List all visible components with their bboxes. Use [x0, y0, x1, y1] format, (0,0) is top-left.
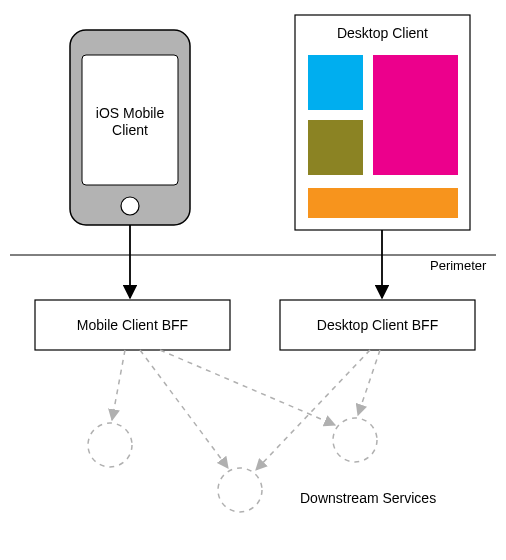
ui-block-olive	[308, 120, 363, 175]
diagram-svg	[0, 0, 506, 560]
desktop-client-title: Desktop Client	[310, 25, 455, 42]
desktop-client	[295, 15, 470, 230]
perimeter-label: Perimeter	[430, 258, 500, 274]
dash-arrow-m-3	[160, 350, 335, 425]
mobile-client-label: iOS MobileClient	[90, 105, 170, 139]
dash-arrow-m-2	[140, 350, 228, 468]
diagram-canvas: iOS MobileClient Desktop Client Perimete…	[0, 0, 506, 560]
dash-arrow-m-1	[112, 350, 125, 420]
ui-block-blue	[308, 55, 363, 110]
home-button-icon	[121, 197, 139, 215]
ui-block-magenta	[373, 55, 458, 175]
downstream-label: Downstream Services	[300, 490, 470, 507]
desktop-bff-label: Desktop Client BFF	[280, 317, 475, 334]
dash-arrow-d-1	[256, 350, 370, 470]
downstream-service-2	[218, 468, 262, 512]
downstream-service-1	[88, 423, 132, 467]
downstream-service-3	[333, 418, 377, 462]
mobile-bff-label: Mobile Client BFF	[35, 317, 230, 334]
ui-block-orange	[308, 188, 458, 218]
